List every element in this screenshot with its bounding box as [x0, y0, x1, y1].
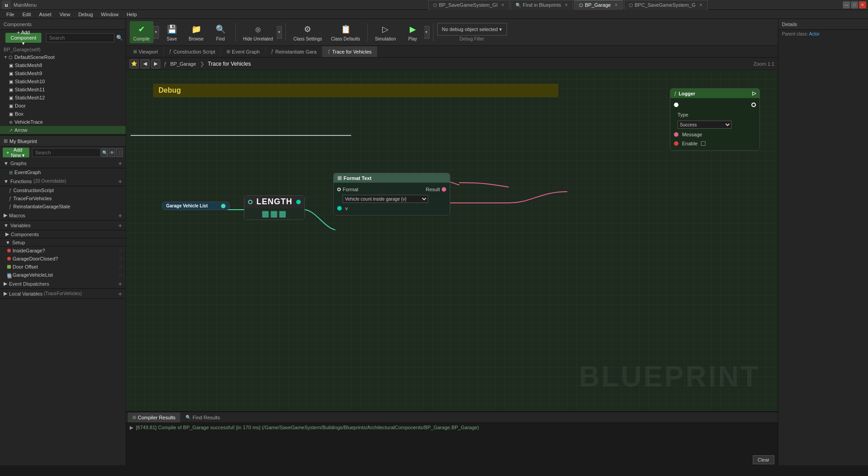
tree-item-door[interactable]: ▣ Door [0, 102, 126, 110]
add-variable-button[interactable]: + [118, 222, 122, 229]
tab-save-game-system[interactable]: ⬡ BP_SaveGameSystem_GI ✕ [428, 0, 510, 10]
garage-vehicle-list-node[interactable]: Garage Vehicle List [162, 202, 230, 210]
parent-class-link[interactable]: Actor [809, 31, 819, 36]
event-dispatchers-section[interactable]: ▶ Event Dispatchers + [0, 279, 126, 289]
components-subsection[interactable]: ▶ Components [0, 230, 126, 238]
simulation-button[interactable]: ▷ Simulation [371, 21, 400, 43]
menu-view[interactable]: View [56, 11, 74, 18]
close-icon[interactable]: ✕ [699, 3, 703, 7]
class-defaults-button[interactable]: 📋 Class Defaults [327, 21, 363, 43]
tree-item-staticmesh11[interactable]: ▣ StaticMesh11 [0, 85, 126, 94]
forward-nav-button[interactable]: ▶ [151, 59, 160, 68]
tree-item-staticmesh8[interactable]: ▣ StaticMesh8 [0, 61, 126, 69]
tree-item-trace-for-vehicles[interactable]: ƒ TraceForVehicles [0, 194, 126, 202]
graph-icon: ⊞ [226, 49, 230, 54]
back-nav-button[interactable]: ◀ [140, 59, 149, 68]
functions-section[interactable]: ▼ Functions (20 Overridable) + [0, 176, 126, 186]
format-text-node[interactable]: ▦ Format Text Format Result [333, 173, 450, 216]
tree-item-staticmesh9[interactable]: ▣ StaticMesh9 [0, 69, 126, 77]
play-button[interactable]: ▶ Play [402, 21, 424, 43]
tab-compiler-results[interactable]: ⊞ Compiler Results [128, 413, 180, 422]
browse-button[interactable]: 📁 Browse [185, 21, 208, 43]
tab-icon: ⬡ [629, 3, 633, 8]
variables-section[interactable]: ▼ Variables + [0, 220, 126, 230]
options-icon-button[interactable]: ⋮ [116, 148, 123, 157]
tree-item-vehicle-trace[interactable]: ⊕ VehicleTrace [0, 118, 126, 126]
hide-unrelated-dropdown[interactable]: ▼ [276, 26, 282, 39]
logger-node[interactable]: ƒ Logger ▷ Type [670, 88, 760, 151]
search-icon-button[interactable]: 🔍 [101, 148, 108, 157]
tab-bp-garage[interactable]: ⬡ BP_Garage ✕ [574, 0, 623, 10]
graph-canvas[interactable]: Debug BLUEPRINT [126, 70, 778, 411]
format-value-dropdown[interactable]: Vehicle count inside garage {v} [343, 195, 428, 203]
add-function-button[interactable]: + [118, 178, 122, 185]
blueprint-search-input[interactable] [32, 148, 100, 157]
menu-file[interactable]: File [3, 11, 18, 18]
tab-construction-script[interactable]: ƒ Construction Script [164, 46, 222, 57]
tree-item-box[interactable]: ▣ Box [0, 110, 126, 118]
toolbar-separator [235, 23, 236, 41]
graphs-section[interactable]: ▼ Graphs + [0, 158, 126, 168]
compile-button[interactable]: ✔ Compile [130, 21, 154, 43]
tab-bpc-save[interactable]: ⬡ BPC_SaveGameSystem_G ✕ [624, 0, 708, 10]
tree-item-arrow[interactable]: ↗ Arrow [0, 126, 126, 134]
hide-unrelated-button[interactable]: ◎ Hide Unrelated [240, 21, 277, 43]
tab-find-results[interactable]: 🔍 Find Results [181, 413, 225, 422]
add-graph-button[interactable]: + [118, 160, 122, 167]
maximize-button[interactable]: □ [851, 1, 858, 9]
tab-event-graph[interactable]: ⊞ Event Graph [221, 46, 266, 57]
add-new-button[interactable]: + Add New ▾ [3, 148, 29, 157]
component-search-input[interactable] [46, 33, 114, 42]
minimize-button[interactable]: — [843, 1, 850, 9]
tab-viewport[interactable]: ⊞ Viewport [128, 46, 164, 57]
find-button[interactable]: 🔍 Find [209, 21, 232, 43]
add-component-button[interactable]: + Add Component ▾ [5, 33, 41, 43]
menu-window[interactable]: Window [97, 11, 122, 18]
tree-item-default-scene-root[interactable]: ▼ ⬡ DefaultSceneRoot [0, 53, 126, 61]
menu-help[interactable]: Help [123, 11, 140, 18]
add-dispatcher-button[interactable]: + [118, 280, 122, 287]
eye-icon-button[interactable]: 👁 [109, 148, 116, 157]
add-local-var-button[interactable]: + [118, 290, 122, 297]
function-icon: ƒ [328, 49, 330, 54]
save-button[interactable]: 💾 Save [161, 21, 183, 43]
my-blueprint-header[interactable]: ⊞ My Blueprint [0, 136, 126, 147]
tree-item-eventgraph[interactable]: ⊞ EventGraph [0, 168, 126, 176]
var-dot-icon [7, 249, 11, 252]
enable-checkbox[interactable] [701, 141, 705, 146]
macros-section[interactable]: ▶ Macros + [0, 211, 126, 220]
menu-asset[interactable]: Asset [36, 11, 55, 18]
tab-find-blueprints[interactable]: 🔍 Find in Blueprints ✕ [511, 0, 573, 10]
close-icon[interactable]: ✕ [615, 3, 618, 7]
ue-logo: u [2, 0, 11, 9]
var-garage-door-closed[interactable]: GarageDoorClosed? □ [0, 255, 126, 263]
v-in-pin [337, 206, 342, 211]
type-dropdown[interactable]: Success [678, 121, 732, 129]
tree-item-reinstantiate[interactable]: ƒ ReinstantiateGarageState [0, 202, 126, 211]
menu-debug[interactable]: Debug [75, 11, 96, 18]
tab-reinstantiate[interactable]: ƒ Reinstantiate Gara [266, 46, 322, 57]
local-variables-section[interactable]: ▶ Local Variables (TraceForVehicles) + [0, 289, 126, 299]
menu-edit[interactable]: Edit [19, 11, 35, 18]
close-icon[interactable]: ✕ [565, 3, 568, 7]
tree-item-construction-script[interactable]: ƒ ConstructionScript [0, 186, 126, 194]
add-macro-button[interactable]: + [118, 212, 122, 219]
play-dropdown[interactable]: ▼ [424, 26, 429, 39]
tab-trace-for-vehicles[interactable]: ƒ Trace for Vehicles [322, 46, 377, 57]
app-title: MainMenu [14, 2, 428, 8]
back-button[interactable]: ⭐ [130, 59, 139, 68]
debug-object-selector[interactable]: No debug object selected ▾ [437, 23, 507, 36]
var-garage-vehicle-list[interactable]: ▦ GarageVehicleList □ [0, 271, 126, 279]
tree-item-staticmesh12[interactable]: ▣ StaticMesh12 [0, 94, 126, 102]
length-node[interactable]: LENGTH ▦▦▦ [244, 195, 305, 220]
compile-dropdown[interactable]: ▼ [154, 26, 159, 39]
var-door-offset[interactable]: Door Offset □ [0, 263, 126, 271]
close-icon[interactable]: ✕ [501, 3, 505, 7]
node-exec-output-icon: ▷ [752, 90, 756, 96]
close-button[interactable]: ✕ [859, 1, 866, 9]
clear-button[interactable]: Clear [753, 455, 774, 464]
setup-subsection[interactable]: ▼ Setup [0, 238, 126, 247]
class-settings-button[interactable]: ⚙ Class Settings [289, 21, 326, 43]
tree-item-staticmesh10[interactable]: ▣ StaticMesh10 [0, 77, 126, 85]
var-inside-garage[interactable]: InsideGarage? □ [0, 247, 126, 255]
